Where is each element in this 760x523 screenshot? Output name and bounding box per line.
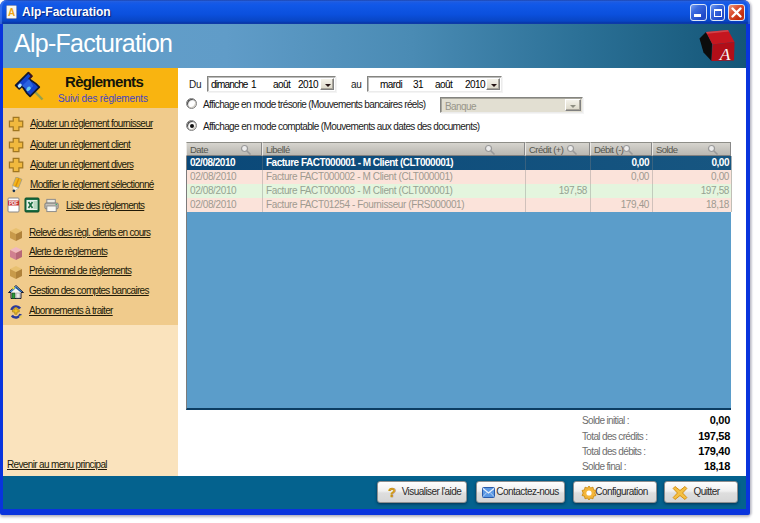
svg-text:?: ?: [388, 485, 396, 500]
svg-text:A: A: [719, 44, 731, 64]
svg-text:PDF: PDF: [9, 201, 18, 206]
svg-text:A: A: [8, 7, 15, 18]
